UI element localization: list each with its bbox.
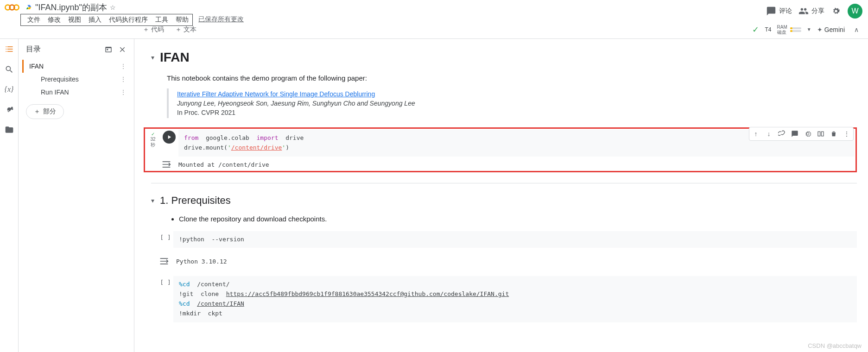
share-icon xyxy=(798,6,809,16)
avatar[interactable]: W xyxy=(848,4,862,19)
status-ok-icon: ✓ xyxy=(752,25,759,35)
files-icon[interactable] xyxy=(5,125,14,134)
move-down-icon[interactable]: ↓ xyxy=(762,127,775,140)
search-icon[interactable] xyxy=(5,65,14,74)
sidebar-title: 目录 xyxy=(26,44,41,54)
paper-citation: Iterative Filter Adaptive Network for Si… xyxy=(167,88,857,118)
settings-cell-icon[interactable] xyxy=(801,127,814,140)
comment-button[interactable]: 评论 xyxy=(766,6,792,16)
mirror-cell-icon[interactable] xyxy=(814,127,827,140)
exec-check-icon: ✓ xyxy=(151,132,155,137)
bullet-clone: Clone the repository and download checkp… xyxy=(179,215,857,223)
new-window-icon[interactable] xyxy=(104,45,113,54)
output-toggle-icon[interactable] xyxy=(159,257,169,265)
code-editor[interactable]: !python --version xyxy=(173,231,857,248)
code-cell-python-version[interactable]: [ ] !python --version Python 3.10.12 xyxy=(144,231,857,267)
gemini-button[interactable]: ✦ Gemini xyxy=(817,26,845,33)
toc-item-prerequisites[interactable]: Prerequisites ⋮ xyxy=(22,73,130,86)
share-button[interactable]: 分享 xyxy=(798,6,824,16)
venue-text: In Proc. CVPR 2021 xyxy=(177,109,857,116)
svg-rect-4 xyxy=(821,132,824,136)
heading-prerequisites: 1. Prerequisites xyxy=(160,195,231,207)
exec-time: 32 xyxy=(150,137,155,142)
comment-icon xyxy=(766,6,776,16)
sidebar: 目录 IFAN ⋮ Prerequisites ⋮ Run IFAN ⋮ ＋ 部… xyxy=(19,39,134,352)
code-cell-mount-drive[interactable]: ↑ ↓ ⋮ ✓ 32 秒 from google.col xyxy=(144,127,857,172)
collapse-icon[interactable]: ▾ xyxy=(151,197,154,204)
toc-item-run-ifan[interactable]: Run IFAN ⋮ xyxy=(22,86,130,99)
paper-link[interactable]: Iterative Filter Adaptive Network for Si… xyxy=(177,90,375,98)
star-icon[interactable]: ☆ xyxy=(110,4,116,11)
collapse-icon[interactable]: ▾ xyxy=(151,54,154,61)
exec-count: [ ] xyxy=(158,276,173,286)
link-icon[interactable] xyxy=(775,127,788,140)
secrets-icon[interactable] xyxy=(5,105,14,114)
watermark: CSDN @abccbatqw xyxy=(808,342,862,349)
add-code-button[interactable]: ＋ 代码 xyxy=(139,24,168,36)
more-cell-icon[interactable]: ⋮ xyxy=(840,127,853,140)
close-icon[interactable] xyxy=(118,45,127,54)
intro-text: This notebook contains the demo program … xyxy=(167,74,857,82)
variables-icon[interactable]: {x} xyxy=(5,85,14,94)
more-icon[interactable]: ⋮ xyxy=(120,63,127,70)
resource-indicator[interactable]: RAM 磁盘 xyxy=(777,25,801,35)
output-toggle-icon[interactable] xyxy=(162,160,171,169)
cell-output: Mounted at /content/drive xyxy=(178,159,855,170)
cell-toolbar: ↑ ↓ ⋮ xyxy=(749,127,854,141)
more-icon[interactable]: ⋮ xyxy=(120,88,127,96)
move-up-icon[interactable]: ↑ xyxy=(749,127,762,140)
runtime-type: T4 xyxy=(765,26,771,33)
comment-cell-icon[interactable] xyxy=(788,127,801,140)
expand-icon[interactable]: ∧ xyxy=(850,24,862,35)
add-section-button[interactable]: ＋ 部分 xyxy=(26,104,64,119)
header: "IFAN.ipynb"的副本 ☆ 文件 修改 视图 插入 代码执行程序 工具 … xyxy=(0,0,868,20)
heading-ifan: IFAN xyxy=(160,50,190,65)
save-status[interactable]: 已保存所有更改 xyxy=(198,15,244,24)
code-editor[interactable]: %cd /content/ !git clone https://acc5fb4… xyxy=(173,276,857,322)
document-title[interactable]: "IFAN.ipynb"的副本 xyxy=(35,2,107,13)
svg-rect-3 xyxy=(818,132,820,136)
notebook-content: ▾ IFAN This notebook contains the demo p… xyxy=(134,39,868,352)
toc-icon[interactable] xyxy=(5,44,14,54)
runtime-dropdown-icon[interactable]: ▼ xyxy=(807,27,811,32)
authors-text: Junyong Lee, Hyeongseok Son, Jaesung Rim… xyxy=(177,100,857,107)
add-text-button[interactable]: ＋ 文本 xyxy=(171,24,200,36)
code-cell-clone-repo[interactable]: [ ] %cd /content/ !git clone https://acc… xyxy=(144,276,857,322)
gear-icon[interactable] xyxy=(831,6,841,16)
colab-logo[interactable] xyxy=(4,1,20,14)
cell-output: Python 3.10.12 xyxy=(176,256,857,267)
more-icon[interactable]: ⋮ xyxy=(120,75,127,83)
toc-item-ifan[interactable]: IFAN ⋮ xyxy=(22,60,130,73)
exec-count: [ ] xyxy=(158,231,173,241)
sparkle-icon: ✦ xyxy=(817,26,823,33)
drive-icon xyxy=(25,4,32,11)
left-rail: {x} xyxy=(0,39,19,352)
run-cell-button[interactable] xyxy=(163,131,176,144)
delete-cell-icon[interactable] xyxy=(827,127,840,140)
